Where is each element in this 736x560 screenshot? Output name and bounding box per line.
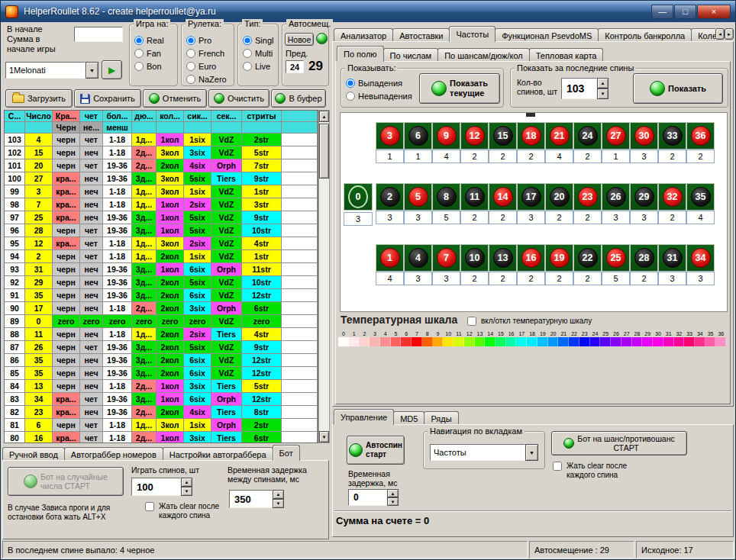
show-button[interactable]: Показать: [633, 73, 723, 104]
table-row[interactable]: 8016кра...чет1-182д...1кол3sixTiers6str: [5, 432, 318, 443]
tab-ctl-2[interactable]: Ряды: [424, 411, 458, 425]
table-row[interactable]: 993кра...неч1-181д...3кол1sixVdZ1str: [5, 185, 318, 198]
scroll-down-button[interactable]: ▼: [319, 431, 329, 443]
field-number-cell[interactable]: 2: [376, 183, 404, 211]
field-number-cell[interactable]: 36: [686, 122, 715, 150]
field-number-cell[interactable]: 28: [630, 244, 658, 272]
field-number-cell[interactable]: 8: [432, 183, 460, 211]
spins-count-spinner[interactable]: 100 ▲ ▼: [131, 478, 192, 496]
field-number-cell[interactable]: 33: [658, 122, 686, 150]
field-number-cell[interactable]: 11: [460, 183, 489, 211]
spins-count-value[interactable]: 100: [131, 478, 181, 496]
field-number-cell[interactable]: 19: [545, 244, 573, 272]
control-delay-value[interactable]: 0: [348, 489, 387, 506]
field-number-cell[interactable]: 18: [517, 122, 545, 150]
table-row[interactable]: 9229черннеч19-363д...2кол5sixVdZ10str: [5, 276, 318, 289]
scroll-thumb[interactable]: [319, 124, 329, 179]
table-row[interactable]: 942чернчет1-181д...2кол1sixVdZ1str: [5, 250, 318, 263]
field-number-cell[interactable]: 13: [489, 244, 517, 272]
tab-input-2[interactable]: Настройки автограббера: [163, 447, 273, 461]
clear-button[interactable]: Очистить: [208, 89, 270, 108]
table-row[interactable]: 8811черннеч1-181д...2кол2sixTiers4str: [5, 328, 318, 341]
control-delay-spinner[interactable]: 0 ▲ ▼: [348, 489, 399, 506]
table-row[interactable]: 1034чернчет1-181д...1кол1sixVdZ2str: [5, 134, 318, 146]
autospin-start-button[interactable]: Автоспин старт: [347, 436, 405, 465]
roulette-option-radio-3[interactable]: [186, 75, 195, 84]
start-sum-input[interactable]: [74, 27, 123, 42]
tab-main-1[interactable]: Автоставки: [392, 28, 450, 42]
game-option-radio-2[interactable]: [134, 62, 144, 71]
field-number-cell[interactable]: 20: [545, 183, 573, 211]
tab-input-1[interactable]: Автограббер номеров: [64, 447, 163, 461]
show-option-radio-0[interactable]: [346, 79, 355, 88]
bot-delay-up-button[interactable]: ▲: [273, 490, 284, 499]
field-number-cell[interactable]: 35: [686, 183, 715, 211]
show-current-button[interactable]: Показать текущие: [419, 73, 500, 104]
table-row[interactable]: 9017черннеч1-182д...2кол3sixOrph6str: [5, 302, 318, 315]
field-number-cell[interactable]: 25: [602, 244, 630, 272]
profile-dropdown-button[interactable]: ▼: [86, 62, 98, 79]
field-number-cell[interactable]: 27: [602, 122, 630, 150]
table-row[interactable]: 10027кра...неч19-363д...3кол5sixTiers9st…: [5, 172, 318, 185]
save-button[interactable]: Сохранить: [74, 89, 141, 108]
tab-ctl-0[interactable]: Управление: [334, 409, 394, 425]
maximize-button[interactable]: □: [674, 5, 696, 19]
tab-main-3[interactable]: Функционал PsevdoMS: [495, 28, 599, 42]
field-number-cell[interactable]: 1: [376, 244, 404, 272]
table-row[interactable]: 9512кра...чет1-181д...3кол2sixVdZ4str: [5, 237, 318, 250]
last-spins-up-button[interactable]: ▲: [597, 78, 608, 89]
table-row[interactable]: 9725кра...неч19-363д...1кол5sixVdZ9str: [5, 211, 318, 224]
field-number-cell[interactable]: 10: [460, 244, 489, 272]
table-row[interactable]: 8413черннеч1-182д...1кол3sixTiers5str: [5, 380, 318, 393]
table-row[interactable]: 9628чернчет19-363д...1кол5sixVdZ10str: [5, 224, 318, 237]
field-number-cell[interactable]: 15: [489, 122, 517, 150]
field-number-cell[interactable]: 24: [573, 122, 602, 150]
tab-sub-2[interactable]: По шансам/дюж/кол: [437, 48, 530, 62]
field-number-cell[interactable]: 29: [630, 183, 658, 211]
bot-delay-down-button[interactable]: ▼: [273, 499, 284, 508]
table-row[interactable]: 8635черннеч19-363д...2кол6sixVdZ12str: [5, 354, 318, 367]
control-delay-down-button[interactable]: ▼: [387, 497, 399, 506]
tabs-scroll-right-button[interactable]: ►: [725, 28, 734, 40]
table-row[interactable]: 9331черннеч19-363д...1кол6sixOrph11str: [5, 263, 318, 276]
game-option-radio-1[interactable]: [134, 49, 144, 58]
to-buffer-button[interactable]: В буфер: [271, 89, 326, 108]
last-spins-spinner[interactable]: 103 ▲ ▼: [561, 78, 608, 99]
field-number-cell[interactable]: 9: [432, 122, 460, 150]
control-delay-up-button[interactable]: ▲: [387, 489, 399, 497]
table-row[interactable]: 8223кра...неч19-362д...2кол4sixTiers8str: [5, 406, 318, 419]
random-bot-button[interactable]: Бот на случайные числа СТАРТ: [8, 467, 124, 496]
table-row[interactable]: 890zerozerozerozerozerozeroVdZzero: [5, 315, 318, 328]
field-number-cell[interactable]: 32: [658, 183, 686, 211]
spins-up-button[interactable]: ▲: [181, 478, 192, 487]
table-row[interactable]: 9135черннеч19-363д...2кол6sixVdZ12str: [5, 289, 318, 302]
field-number-cell[interactable]: 16: [517, 244, 545, 272]
field-number-cell[interactable]: 17: [517, 183, 545, 211]
load-button[interactable]: Загрузить: [5, 89, 73, 108]
show-option-radio-1[interactable]: [346, 92, 355, 101]
tab-main-4[interactable]: Контроль банкролла: [598, 28, 692, 42]
roulette-option-radio-1[interactable]: [186, 49, 195, 58]
field-number-cell[interactable]: 23: [573, 183, 602, 211]
control-clear-checkbox[interactable]: [553, 462, 562, 471]
table-row[interactable]: 10120чернчет19-362д...2кол4sixOrph7str: [5, 159, 318, 172]
bot-delay-spinner[interactable]: 350 ▲ ▼: [229, 490, 284, 508]
table-row[interactable]: 816чернчет1-181д...3кол1sixOrph2str: [5, 419, 318, 432]
tab-input-0[interactable]: Ручной ввод: [2, 447, 65, 461]
last-spins-value[interactable]: 103: [561, 78, 597, 99]
tab-sub-0[interactable]: По полю: [337, 46, 384, 62]
tab-main-5[interactable]: Колесо: [691, 28, 715, 42]
tab-sub-1[interactable]: По числам: [383, 48, 439, 62]
table-row[interactable]: 8726чернчет19-363д...2кол5sixVdZ9str: [5, 341, 318, 354]
type-option-radio-2[interactable]: [243, 62, 252, 71]
roulette-option-radio-2[interactable]: [186, 62, 195, 71]
game-option-radio-0[interactable]: [134, 36, 144, 45]
autoshift-new-button[interactable]: Новое: [285, 33, 314, 46]
tabs-scroll-left-button[interactable]: ◄: [715, 28, 725, 40]
field-number-cell[interactable]: 26: [602, 183, 630, 211]
tab-main-0[interactable]: Анализатор: [334, 28, 393, 42]
field-number-cell[interactable]: 4: [404, 244, 432, 272]
temperature-checkbox[interactable]: [467, 317, 476, 326]
table-row[interactable]: 987кра...неч1-181д...1кол2sixVdZ3str: [5, 198, 318, 211]
profile-combobox[interactable]: 1Melonati ▼: [5, 62, 98, 79]
